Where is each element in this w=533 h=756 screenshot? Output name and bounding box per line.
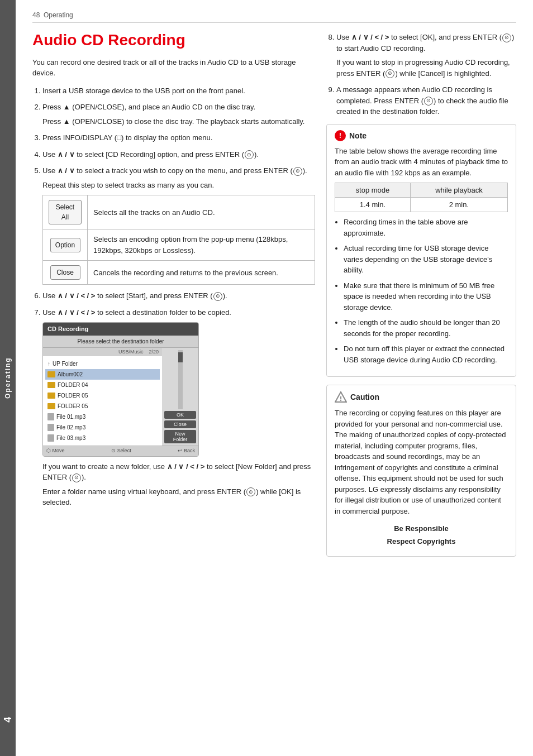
step-8: Use ∧ / ∨ / < / > to select [OK], and pr… <box>336 32 516 79</box>
note-content: The table below shows the average record… <box>335 146 508 179</box>
step-6-text: Use ∧ / ∨ / < / > to select [Start], and… <box>42 291 227 300</box>
close-button: Close <box>50 265 80 280</box>
button-table: Select All Selects all the tracks on an … <box>42 195 315 285</box>
stop-mode-value: 1.4 min. <box>335 198 411 212</box>
dialog-layout: USB/Music 2/20 ↑ UP Folder <box>43 348 198 446</box>
note-table-row: 1.4 min. 2 min. <box>335 198 508 212</box>
dialog-file02[interactable]: File 02.mp3 <box>45 422 160 433</box>
dialog-new-folder-button[interactable]: New Folder <box>164 430 196 443</box>
caution-footer-line2: Respect Copyrights <box>335 535 508 548</box>
footer-back: ↩ Back <box>178 447 195 455</box>
file02-label: File 02.mp3 <box>56 423 85 432</box>
file03-label: File 03.mp3 <box>56 434 85 442</box>
footer-select: ⊙ Select <box>111 447 131 455</box>
note-bullet-3: Make sure that there is minimum of 50 MB… <box>344 280 508 313</box>
note-intro: The table below shows the average record… <box>335 146 508 179</box>
album002-label: Album002 <box>58 370 83 379</box>
dialog-file01[interactable]: File 01.mp3 <box>45 412 160 422</box>
dialog-ok-button[interactable]: OK <box>164 411 196 419</box>
usb-label: USB/Music <box>118 349 144 355</box>
chapter-number: 4 <box>2 716 14 722</box>
note-bullet-2: Actual recording time for USB storage de… <box>344 243 508 276</box>
folder-icon <box>47 393 55 399</box>
caution-title: Caution <box>350 393 379 401</box>
main-content: 48 Operating Audio CD Recording You can … <box>16 0 533 756</box>
select-all-desc: Selects all the tracks on an Audio CD. <box>88 195 315 229</box>
close-cell: Close <box>43 261 88 285</box>
dialog-folder04[interactable]: FOLDER 04 <box>45 380 160 390</box>
folder04-label: FOLDER 04 <box>58 381 88 389</box>
option-cell: Option <box>43 229 88 261</box>
stop-mode-header: stop mode <box>335 183 411 198</box>
step-8-text: Use ∧ / ∨ / < / > to select [OK], and pr… <box>336 33 514 52</box>
cd-recording-dialog: CD Recording Please select the destinati… <box>42 322 199 457</box>
table-row: Close Cancels the recording and returns … <box>43 261 315 285</box>
step-5-text: Use ∧ / ∨ to select a track you wish to … <box>42 166 307 175</box>
intro-text: You can record one desired track or all … <box>32 57 315 79</box>
footer-move: ⬡ Move <box>46 447 65 455</box>
folder-icon <box>47 382 55 388</box>
dialog-footer: ⬡ Move ⊙ Select ↩ Back <box>43 446 198 456</box>
step-2-sub: Press ▲ (OPEN/CLOSE) to close the disc t… <box>42 116 315 127</box>
folder05a-label: FOLDER 05 <box>58 391 88 400</box>
note-table-header: stop mode while playback <box>335 183 508 198</box>
step-7: Use ∧ / ∨ / < / > to select a destinatio… <box>42 307 315 508</box>
note-table: stop mode while playback 1.4 min. 2 min. <box>335 183 508 212</box>
step-6: Use ∧ / ∨ / < / > to select [Start], and… <box>42 290 315 302</box>
step-4: Use ∧ / ∨ to select [CD Recording] optio… <box>42 149 315 160</box>
while-playback-value: 2 min. <box>410 198 507 212</box>
note-bullet-1: Recording times in the table above are a… <box>344 217 508 238</box>
dialog-folder05a[interactable]: FOLDER 05 <box>45 390 160 401</box>
step-1-text: Insert a USB storage device to the USB p… <box>42 87 245 95</box>
select-all-cell: Select All <box>43 195 88 229</box>
side-tab: 4 Operating <box>0 0 16 756</box>
step-9: A message appears when Audio CD recordin… <box>336 84 516 117</box>
step-9-text: A message appears when Audio CD recordin… <box>336 85 508 116</box>
dialog-close-button[interactable]: Close <box>164 420 196 428</box>
page-indicator: 2/20 <box>149 349 159 355</box>
step-1: Insert a USB storage device to the USB p… <box>42 85 315 97</box>
step-7-sub-new-folder: If you want to create a new folder, use … <box>42 461 315 483</box>
note-bullet-4: The length of the audio should be longer… <box>344 317 508 339</box>
option-button: Option <box>50 238 80 252</box>
note-icon: ! <box>335 130 346 141</box>
step-5-sub: Repeat this step to select tracks as man… <box>42 180 315 191</box>
dialog-folder05b[interactable]: FOLDER 05 <box>45 401 160 412</box>
select-all-button: Select All <box>49 200 82 224</box>
page-number-section: 48 Operating <box>32 11 73 19</box>
dialog-up-folder: ↑ UP Folder <box>45 358 160 369</box>
file-icon <box>47 413 54 420</box>
step-2-text: Press ▲ (OPEN/CLOSE), and place an Audio… <box>42 103 255 111</box>
step-2: Press ▲ (OPEN/CLOSE), and place an Audio… <box>42 102 315 127</box>
dialog-album002[interactable]: Album002 <box>45 369 160 380</box>
page-header: 48 Operating <box>32 11 516 23</box>
note-bullet-5: Do not turn off this player or extract t… <box>344 343 508 365</box>
dialog-file03[interactable]: File 03.mp3 <box>45 433 160 443</box>
file-icon <box>47 424 54 431</box>
note-header: ! Note <box>335 130 508 141</box>
file-icon <box>47 434 54 442</box>
page-number: 48 <box>32 11 40 19</box>
up-folder-label: UP Folder <box>53 360 78 368</box>
step-3: Press INFO/DISPLAY (□) to display the op… <box>42 132 315 143</box>
dialog-titlebar: CD Recording <box>43 323 198 336</box>
step-4-text: Use ∧ / ∨ to select [CD Recording] optio… <box>42 150 259 159</box>
caution-footer: Be Responsible Respect Copyrights <box>335 522 508 548</box>
folder-icon <box>47 371 55 377</box>
step-7-text: Use ∧ / ∨ / < / > to select a destinatio… <box>42 308 231 317</box>
step-8-sub: If you want to stop in progressing Audio… <box>336 57 516 79</box>
dialog-title: CD Recording <box>47 326 88 332</box>
caution-icon: ! <box>335 391 347 403</box>
folder-icon <box>47 403 55 409</box>
note-bullets: Recording times in the table above are a… <box>335 217 508 365</box>
left-column: Audio CD Recording You can record one de… <box>32 32 315 739</box>
svg-text:!: ! <box>340 395 342 402</box>
right-column: Use ∧ / ∨ / < / > to select [OK], and pr… <box>326 32 516 739</box>
page-title: Audio CD Recording <box>32 32 315 49</box>
caution-footer-line1: Be Responsible <box>335 522 508 535</box>
dialog-body: ↑ UP Folder Album002 <box>43 356 162 446</box>
note-title: Note <box>349 131 367 140</box>
up-icon: ↑ <box>47 360 50 368</box>
table-row: Option Selects an encoding option from t… <box>43 229 315 261</box>
dialog-page-num: USB/Music 2/20 <box>43 348 162 357</box>
